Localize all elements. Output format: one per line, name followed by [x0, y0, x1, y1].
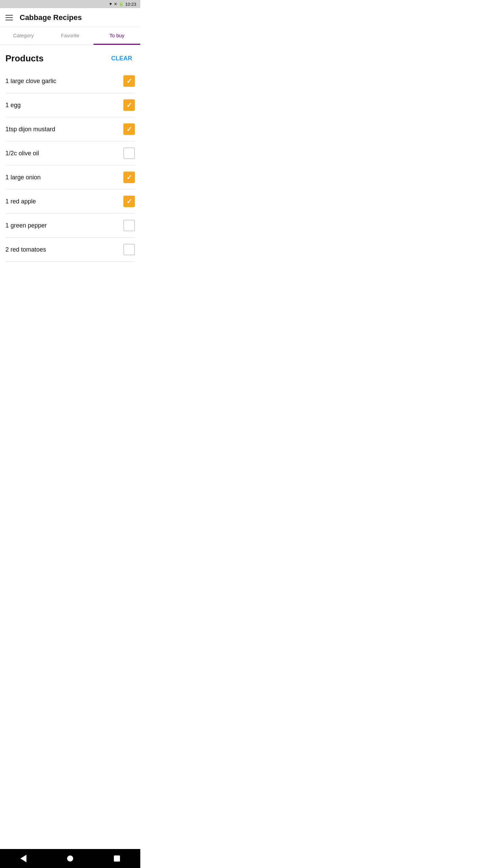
tab-category[interactable]: Category: [0, 27, 47, 45]
checkbox-2[interactable]: [123, 99, 135, 111]
product-name: 1 large onion: [5, 174, 41, 181]
menu-line-2: [5, 17, 13, 18]
checkbox-3[interactable]: [123, 123, 135, 135]
tab-favorite[interactable]: Favorite: [47, 27, 94, 45]
list-item: 1 large onion: [5, 165, 135, 190]
list-item: 1 large clove garlic: [5, 69, 135, 93]
list-item: 1 red apple: [5, 190, 135, 214]
products-header: Products CLEAR: [0, 45, 140, 69]
signal-icon: ✕: [114, 2, 117, 6]
status-icons: ▼ ✕ 🔋 10:23: [109, 2, 136, 7]
products-title: Products: [5, 53, 44, 64]
menu-button[interactable]: [5, 15, 13, 20]
checkbox-4[interactable]: [123, 147, 135, 159]
content-area: Products CLEAR 1 large clove garlic 1 eg…: [0, 45, 140, 285]
tab-tobuy[interactable]: To buy: [94, 27, 140, 45]
product-name: 1 large clove garlic: [5, 78, 56, 85]
list-item: 2 red tomatoes: [5, 238, 135, 262]
battery-icon: 🔋: [119, 2, 124, 6]
list-item: 1/2c olive oil: [5, 141, 135, 165]
page-title: Cabbage Recipes: [20, 13, 82, 22]
status-bar: ▼ ✕ 🔋 10:23: [0, 0, 140, 8]
list-item: 1tsp dijon mustard: [5, 117, 135, 141]
product-name: 2 red tomatoes: [5, 246, 46, 253]
status-time: 10:23: [125, 2, 136, 7]
product-list: 1 large clove garlic 1 egg 1tsp dijon mu…: [0, 69, 140, 262]
checkbox-8[interactable]: [123, 244, 135, 255]
menu-line-1: [5, 15, 13, 16]
product-name: 1tsp dijon mustard: [5, 126, 55, 133]
menu-line-3: [5, 20, 13, 20]
app-header: Cabbage Recipes: [0, 8, 140, 27]
product-name: 1 egg: [5, 102, 21, 109]
checkbox-7[interactable]: [123, 220, 135, 231]
product-name: 1/2c olive oil: [5, 150, 39, 157]
checkbox-6[interactable]: [123, 196, 135, 207]
checkbox-5[interactable]: [123, 172, 135, 183]
wifi-icon: ▼: [109, 2, 113, 6]
tab-bar: Category Favorite To buy: [0, 27, 140, 45]
checkbox-1[interactable]: [123, 75, 135, 87]
product-name: 1 green pepper: [5, 222, 47, 229]
list-item: 1 green pepper: [5, 214, 135, 238]
product-name: 1 red apple: [5, 198, 36, 205]
list-item: 1 egg: [5, 93, 135, 117]
clear-button[interactable]: CLEAR: [108, 54, 135, 63]
